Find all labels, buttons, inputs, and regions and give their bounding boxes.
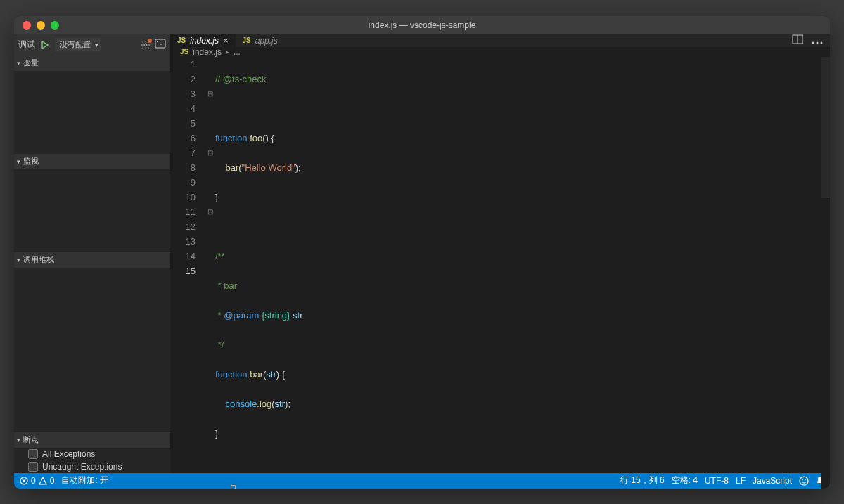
- debug-sidebar: 调试 没有配置 变量 监视 调用堆栈 断点: [14, 34, 170, 473]
- minimap[interactable]: [821, 57, 830, 489]
- line-number[interactable]: 10: [170, 190, 196, 205]
- line-number-gutter[interactable]: 1 2 3 4 5 6 7 8 9 10 11 12 13 14 15: [170, 57, 205, 489]
- line-number[interactable]: 14: [170, 249, 196, 264]
- debug-toolbar: 调试 没有配置: [14, 34, 170, 56]
- console-icon: [155, 39, 166, 49]
- code-token: }: [215, 428, 218, 439]
- line-number[interactable]: 8: [170, 160, 196, 175]
- checkbox-icon[interactable]: [28, 449, 38, 459]
- cursor-icon: ): [231, 485, 235, 489]
- panel-header-watch[interactable]: 监视: [14, 154, 170, 169]
- window-title: index.js — vscode-js-sample: [14, 20, 830, 30]
- debug-console-button[interactable]: [155, 39, 166, 51]
- breadcrumb-rest[interactable]: ...: [234, 47, 241, 57]
- panel-title-callstack: 调用堆栈: [23, 254, 54, 265]
- debug-settings-button[interactable]: [141, 40, 151, 50]
- panel-watch: [14, 169, 170, 252]
- line-number[interactable]: 12: [170, 219, 196, 234]
- app-window: index.js — vscode-js-sample 调试 没有配置 变量: [14, 16, 830, 489]
- panel-header-breakpoints[interactable]: 断点: [14, 432, 170, 448]
- line-number[interactable]: 11: [170, 205, 196, 219]
- debug-label: 调试: [18, 39, 35, 51]
- breakpoint-all-exceptions[interactable]: All Exceptions: [14, 448, 170, 460]
- js-file-icon: JS: [180, 48, 188, 56]
- editor-actions: [785, 34, 830, 47]
- code-token: */: [215, 340, 224, 350]
- js-file-icon: JS: [243, 37, 251, 44]
- more-actions-button[interactable]: [812, 34, 823, 47]
- status-problems[interactable]: 0 0: [20, 476, 54, 486]
- svg-point-5: [817, 41, 819, 44]
- minimize-window-icon[interactable]: [37, 21, 45, 30]
- svg-point-0: [144, 44, 147, 46]
- split-editor-icon: [792, 34, 803, 44]
- fold-icon[interactable]: ⊟: [205, 205, 215, 219]
- debug-config-select[interactable]: 没有配置: [55, 38, 101, 51]
- code-token: );: [295, 162, 301, 173]
- panel-breakpoints: All Exceptions Uncaught Exceptions: [14, 448, 170, 473]
- code-token: ): [231, 488, 234, 489]
- line-number[interactable]: 3: [170, 86, 196, 101]
- panel-header-callstack[interactable]: 调用堆栈: [14, 252, 170, 268]
- tab-label: app.js: [255, 36, 278, 46]
- start-debug-button[interactable]: [39, 39, 51, 51]
- svg-point-6: [821, 41, 823, 44]
- line-number[interactable]: 9: [170, 175, 196, 190]
- close-tab-icon[interactable]: ×: [223, 35, 229, 46]
- breadcrumb[interactable]: JS index.js ...: [170, 47, 830, 57]
- line-number[interactable]: 7: [170, 146, 196, 160]
- breakpoint-uncaught-exceptions[interactable]: Uncaught Exceptions: [14, 460, 170, 473]
- chevron-down-icon: [17, 59, 20, 67]
- code-content[interactable]: // @ts-check function foo() { bar("Hello…: [215, 57, 830, 489]
- tab-index-js[interactable]: JS index.js ×: [170, 34, 236, 47]
- code-token: foo: [215, 488, 228, 489]
- line-number[interactable]: 4: [170, 101, 196, 116]
- breadcrumb-file[interactable]: index.js: [193, 47, 222, 57]
- window-controls: [14, 21, 59, 30]
- ellipsis-icon: [812, 41, 823, 44]
- code-line: [215, 101, 830, 116]
- tab-label: index.js: [190, 36, 219, 46]
- code-token: console: [225, 399, 257, 409]
- code-line: [215, 219, 830, 234]
- code-token: function: [215, 133, 248, 143]
- editor-group: JS index.js × JS app.js JS index.js: [170, 34, 830, 473]
- code-token: log: [260, 399, 271, 409]
- chevron-down-icon: [17, 157, 20, 166]
- panel-title-variables: 变量: [23, 58, 39, 68]
- code-token: bar: [250, 369, 263, 380]
- code-token: * bar: [215, 280, 237, 291]
- line-number[interactable]: 13: [170, 234, 196, 249]
- minimap-thumb[interactable]: [821, 57, 830, 198]
- svg-rect-1: [155, 39, 165, 48]
- warning-icon: [39, 477, 47, 485]
- fold-icon[interactable]: ⊟: [205, 86, 215, 101]
- code-token: str: [275, 399, 285, 409]
- titlebar[interactable]: index.js — vscode-js-sample: [14, 16, 830, 34]
- split-editor-button[interactable]: [792, 34, 803, 47]
- maximize-window-icon[interactable]: [51, 21, 59, 30]
- status-label: 自动附加: 开: [61, 474, 108, 486]
- chevron-right-icon: [226, 47, 229, 57]
- line-number[interactable]: 2: [170, 72, 196, 86]
- chevron-down-icon: [17, 256, 20, 264]
- fold-icon[interactable]: ⊟: [205, 146, 215, 160]
- line-number[interactable]: 1: [170, 57, 196, 72]
- tab-app-js[interactable]: JS app.js: [236, 34, 285, 47]
- panel-title-watch: 监视: [23, 156, 39, 167]
- close-window-icon[interactable]: [23, 21, 31, 30]
- error-count: 0: [31, 476, 36, 486]
- panel-header-variables[interactable]: 变量: [14, 56, 170, 71]
- line-number[interactable]: 6: [170, 131, 196, 146]
- checkbox-icon[interactable]: [28, 462, 38, 472]
- code-token: /**: [215, 251, 225, 261]
- line-number[interactable]: 5: [170, 116, 196, 131]
- code-token: );: [285, 399, 290, 409]
- code-token: str: [266, 369, 276, 380]
- line-number[interactable]: 15: [170, 264, 196, 278]
- code-token: str: [290, 310, 302, 321]
- fold-gutter[interactable]: ⊟ ⊟ ⊟: [205, 57, 215, 489]
- panel-variables: [14, 71, 170, 154]
- status-auto-attach[interactable]: 自动附加: 开: [61, 474, 108, 486]
- code-editor[interactable]: 1 2 3 4 5 6 7 8 9 10 11 12 13 14 15: [170, 57, 830, 489]
